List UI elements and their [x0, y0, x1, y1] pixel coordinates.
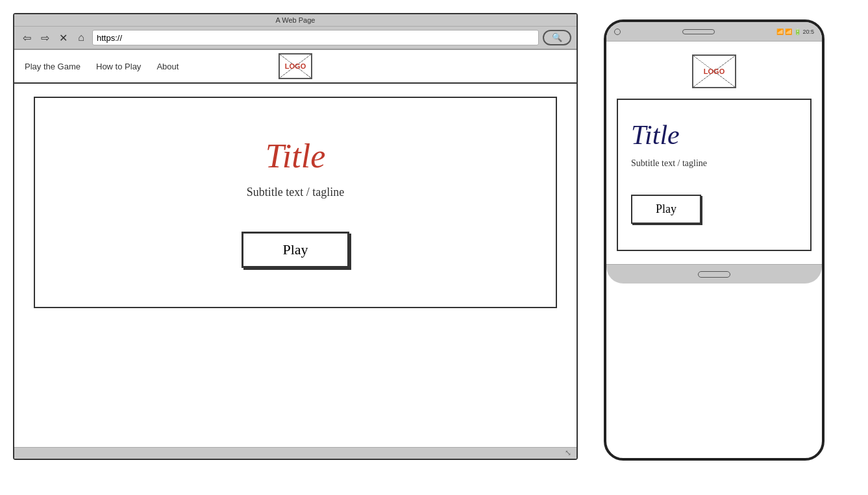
nav-about[interactable]: About [156, 62, 179, 71]
time-display: 20:5 [802, 29, 814, 35]
signal-icon: 📶 [785, 29, 794, 35]
forward-button[interactable]: ⇨ [38, 30, 52, 45]
search-icon: 🔍 [552, 32, 562, 43]
battery-icon: 🔋 [794, 29, 803, 35]
browser-mockup: A Web Page ⇦ ⇨ ✕ ⌂ 🔍 Play the Game How t… [13, 13, 578, 460]
mobile-logo: LOGO [692, 54, 736, 88]
mobile-bottom-bar [606, 264, 822, 284]
mobile-hero-subtitle: Subtitle text / tagline [631, 158, 797, 169]
back-button[interactable]: ⇦ [19, 30, 34, 45]
search-button[interactable]: 🔍 [543, 30, 571, 45]
url-bar[interactable] [92, 30, 539, 45]
mobile-body: LOGO Title Subtitle text / tagline Play [606, 42, 822, 264]
status-icons: 📶 📶 🔋 20:5 [776, 29, 814, 35]
mobile-mockup: 📶 📶 🔋 20:5 LOGO Title Subtitle text / ta… [604, 19, 825, 461]
camera-icon [614, 29, 621, 35]
speaker-icon [682, 29, 715, 34]
mobile-home-button[interactable] [698, 271, 730, 278]
mobile-hero-title: Title [631, 119, 797, 151]
browser-content: Title Subtitle text / tagline Play [14, 84, 577, 447]
logo-text: LOGO [285, 62, 306, 70]
hero-subtitle: Subtitle text / tagline [55, 186, 536, 199]
nav-play-game[interactable]: Play the Game [25, 62, 81, 71]
play-button[interactable]: Play [242, 232, 349, 268]
hero-title: Title [55, 137, 536, 175]
mobile-play-button[interactable]: Play [631, 195, 701, 224]
mobile-logo-text: LOGO [704, 67, 725, 75]
mobile-hero-box: Title Subtitle text / tagline Play [617, 99, 812, 251]
mobile-logo-wrap: LOGO [617, 54, 812, 88]
resize-handle-icon: ⤡ [565, 448, 571, 458]
home-button[interactable]: ⌂ [74, 30, 88, 45]
wifi-icon: 📶 [776, 29, 786, 35]
browser-bottombar: ⤡ [14, 447, 577, 459]
navbar-logo: LOGO [279, 53, 312, 79]
browser-toolbar: ⇦ ⇨ ✕ ⌂ 🔍 [14, 27, 577, 50]
browser-titlebar: A Web Page [14, 14, 577, 27]
hero-box: Title Subtitle text / tagline Play [34, 97, 557, 308]
nav-how-to-play[interactable]: How to Play [96, 62, 141, 71]
close-button[interactable]: ✕ [56, 30, 70, 45]
mobile-status-bar: 📶 📶 🔋 20:5 [606, 22, 822, 42]
browser-navbar: Play the Game How to Play About LOGO [14, 50, 577, 84]
browser-title: A Web Page [276, 16, 316, 24]
